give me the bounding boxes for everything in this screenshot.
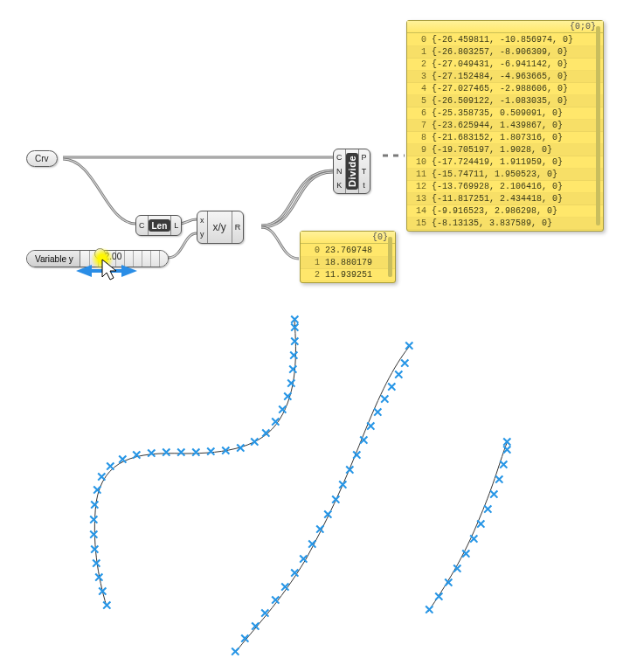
division-point: ✕ [250, 619, 261, 634]
division-point: ✕ [249, 434, 260, 449]
viewport: ✕✕✕✕✕✕✕✕✕✕✕✕✕✕✕✕✕✕✕✕✕✕✕✕✕✕✕✕✕✕✕ ✕✕✕✕✕✕✕✕… [0, 0, 623, 672]
division-point: ✕ [146, 446, 157, 461]
division-point: ✕ [260, 606, 271, 620]
division-point: ✕ [91, 556, 102, 571]
division-point: ✕ [235, 440, 246, 455]
division-point: ✕ [101, 598, 113, 613]
division-point: ✕ [287, 362, 299, 377]
division-point: ✕ [190, 445, 202, 460]
division-point: ✕ [286, 376, 297, 391]
division-point: ✕ [433, 589, 445, 604]
division-point: ✕ [399, 356, 411, 371]
division-point: ✕ [365, 419, 377, 433]
division-point: ✕ [289, 565, 301, 580]
division-point: ✕ [344, 462, 356, 477]
division-point: ✕ [88, 527, 100, 542]
division-point: ✕ [270, 592, 281, 607]
division-point: ✕ [468, 531, 480, 546]
division-point: ✕ [93, 570, 105, 585]
division-point: ✕ [482, 502, 494, 516]
division-point: ✕ [494, 472, 505, 487]
division-point: ✕ [282, 389, 294, 404]
division-point: ✕ [337, 477, 349, 492]
division-point: ✕ [205, 444, 217, 459]
division-point: ✕ [88, 512, 100, 527]
division-point: ✕ [488, 487, 500, 502]
division-point: ✕ [161, 445, 172, 460]
division-point: ✕ [424, 602, 435, 617]
division-point: ✕ [280, 579, 291, 594]
division-point: ✕ [89, 542, 100, 557]
division-point: ✕ [89, 497, 100, 512]
division-point: ✕ [498, 457, 509, 472]
division-point: ✕ [277, 402, 288, 417]
division-point: ✕ [176, 445, 187, 460]
division-point: ✕ [230, 644, 241, 659]
division-point: ✕ [330, 492, 342, 507]
division-point: ✕ [220, 443, 232, 458]
division-point: ✕ [288, 348, 300, 363]
division-point: ✕ [289, 334, 301, 349]
division-point: ✕ [105, 459, 116, 474]
division-point: ✕ [475, 516, 487, 531]
division-point: ✕ [502, 434, 513, 449]
division-point: ✕ [298, 551, 309, 566]
division-point: ✕ [307, 537, 318, 551]
division-point: ✕ [452, 561, 463, 576]
division-point: ✕ [460, 546, 472, 561]
division-point: ✕ [351, 447, 363, 462]
division-point: ✕ [315, 522, 326, 537]
division-point: ✕ [97, 584, 108, 599]
division-point: ✕ [289, 312, 301, 327]
division-point: ✕ [372, 405, 384, 419]
division-point: ✕ [117, 452, 128, 467]
division-point: ✕ [92, 482, 103, 497]
division-point: ✕ [131, 447, 142, 462]
division-point: ✕ [404, 338, 415, 353]
division-point: ✕ [443, 575, 454, 590]
division-point: ✕ [322, 507, 334, 522]
division-point: ✕ [358, 433, 370, 447]
